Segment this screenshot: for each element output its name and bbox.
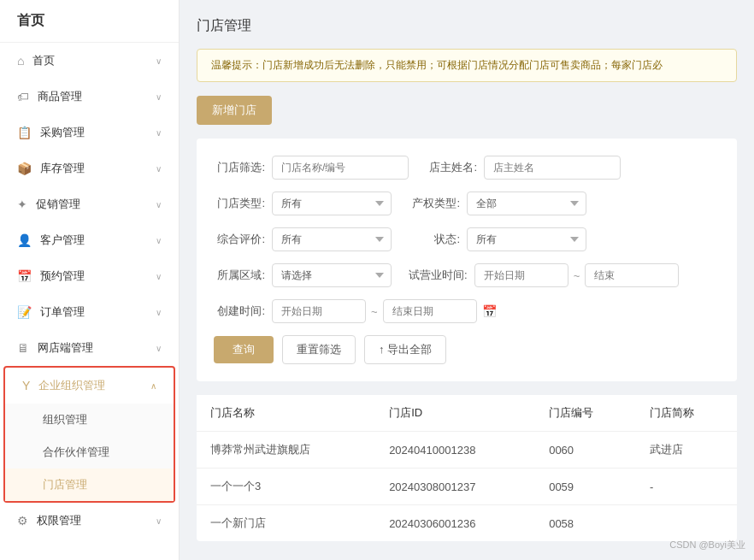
order-icon: 📝 xyxy=(17,305,32,319)
table-cell-short: - xyxy=(636,469,737,505)
reset-button[interactable]: 重置筛选 xyxy=(282,335,356,364)
notice-box: 温馨提示：门店新增成功后无法删除，只能禁用；可根据门店情况分配门店可售卖商品；每… xyxy=(197,49,737,82)
sidebar-item-partner-mgmt[interactable]: 合作伙伴管理 xyxy=(5,436,174,469)
table-body: 博莽常州武进旗舰店202404100012380060武进店一个一个320240… xyxy=(197,432,737,542)
calendar-icon: 📅 xyxy=(482,304,497,318)
store-filter-label: 门店筛选: xyxy=(214,160,265,175)
table-header-cell: 门店简称 xyxy=(636,395,737,432)
chevron-down-icon-online: ∨ xyxy=(156,344,162,353)
table-cell-short: 武进店 xyxy=(636,432,737,469)
create-start-input[interactable] xyxy=(272,299,366,323)
store-type-select[interactable]: 所有 xyxy=(272,192,392,215)
store-filter-group: 门店筛选: xyxy=(214,156,409,180)
sidebar-item-customer[interactable]: 👤客户管理∨ xyxy=(0,222,179,258)
store-table-area: 门店名称门店ID门店编号门店简称 博莽常州武进旗舰店20240410001238… xyxy=(197,395,737,541)
property-group: 产权类型: 全部 xyxy=(409,192,586,215)
table-cell-name: 博莽常州武进旗舰店 xyxy=(197,432,375,469)
create-end-input[interactable] xyxy=(383,299,477,323)
query-button[interactable]: 查询 xyxy=(214,336,274,363)
chevron-down-icon-booking: ∨ xyxy=(156,272,162,281)
sidebar-item-order[interactable]: 📝订单管理∨ xyxy=(0,294,179,330)
trial-end-input[interactable] xyxy=(585,263,679,287)
home-icon: ⌂ xyxy=(17,54,24,68)
table-row[interactable]: 一个新门店202403060012360058 xyxy=(197,505,737,542)
table-cell-code: 0060 xyxy=(535,432,636,469)
sidebar-item-booking[interactable]: 📅预约管理∨ xyxy=(0,258,179,294)
region-label: 所属区域: xyxy=(214,268,265,283)
trial-start-input[interactable] xyxy=(474,263,568,287)
chevron-down-icon-inventory: ∨ xyxy=(156,164,162,174)
create-time-label: 创建时间: xyxy=(214,304,265,319)
table-cell-code: 0058 xyxy=(535,505,636,542)
trial-sep: ~ xyxy=(574,269,580,282)
status-group: 状态: 所有 xyxy=(409,227,586,251)
table-row[interactable]: 博莽常州武进旗舰店202404100012380060武进店 xyxy=(197,432,737,469)
sidebar-item-online[interactable]: 🖥网店端管理∨ xyxy=(0,330,179,366)
org-icon: Υ xyxy=(22,379,30,392)
sidebar-label-customer: 客户管理 xyxy=(40,233,156,248)
sidebar-item-inventory[interactable]: 📦库存管理∨ xyxy=(0,150,179,186)
filter-row-4: 所属区域: 请选择 试营业时间: ~ xyxy=(214,263,720,287)
sidebar-item-store-mgmt[interactable]: 门店管理 xyxy=(5,469,174,501)
table-cell-code: 0059 xyxy=(535,469,636,505)
sidebar-logo: 首页 xyxy=(0,0,179,43)
table-cell-name: 一个新门店 xyxy=(197,505,375,542)
sidebar-label-order: 订单管理 xyxy=(40,304,156,320)
trial-group: 试营业时间: ~ xyxy=(409,263,679,287)
filter-row-1: 门店筛选: 店主姓名: xyxy=(214,156,720,180)
property-label: 产权类型: xyxy=(409,196,460,211)
filter-row-5: 创建时间: ~ 📅 xyxy=(214,299,720,323)
sidebar-label-purchase: 采购管理 xyxy=(40,125,156,140)
chevron-down-icon-customer: ∨ xyxy=(156,236,162,245)
chevron-down-icon-home: ∨ xyxy=(156,56,162,66)
rating-label: 综合评价: xyxy=(214,232,265,247)
owner-label: 店主姓名: xyxy=(426,160,477,175)
inventory-icon: 📦 xyxy=(17,162,32,175)
goods-icon: 🏷 xyxy=(17,90,29,103)
chevron-down-icon-permission: ∨ xyxy=(156,516,162,526)
trial-label: 试营业时间: xyxy=(409,268,468,283)
add-store-button[interactable]: 新增门店 xyxy=(197,96,272,125)
trial-date-range: ~ xyxy=(474,263,680,287)
table-row[interactable]: 一个一个3202403080012370059- xyxy=(197,469,737,505)
store-type-group: 门店类型: 所有 xyxy=(214,192,392,215)
filter-area: 门店筛选: 店主姓名: 门店类型: 所有 产权类型: 全部 xyxy=(197,139,737,381)
property-select[interactable]: 全部 xyxy=(467,192,586,215)
sidebar-label-online: 网店端管理 xyxy=(38,340,156,356)
sidebar: 首页 ⌂首页∨🏷商品管理∨📋采购管理∨📦库存管理∨✦促销管理∨👤客户管理∨📅预约… xyxy=(0,0,180,560)
customer-icon: 👤 xyxy=(17,233,32,247)
filter-row-3: 综合评价: 所有 状态: 所有 xyxy=(214,227,720,251)
sidebar-item-purchase[interactable]: 📋采购管理∨ xyxy=(0,115,179,150)
store-type-label: 门店类型: xyxy=(214,196,265,211)
sidebar-group-org: Υ企业组织管理∧组织管理合作伙伴管理门店管理 xyxy=(3,366,175,503)
booking-icon: 📅 xyxy=(17,269,32,283)
region-select[interactable]: 请选择 xyxy=(272,263,392,287)
permission-icon: ⚙ xyxy=(17,514,28,528)
sidebar-item-promo[interactable]: ✦促销管理∨ xyxy=(0,186,179,222)
export-button[interactable]: ↑ 导出全部 xyxy=(364,335,446,364)
store-filter-input[interactable] xyxy=(272,156,409,180)
rating-select[interactable]: 所有 xyxy=(272,227,392,251)
table-header-cell: 门店名称 xyxy=(197,395,375,432)
sidebar-item-goods[interactable]: 🏷商品管理∨ xyxy=(0,79,179,115)
sidebar-item-org-mgmt[interactable]: 组织管理 xyxy=(5,404,174,436)
promo-icon: ✦ xyxy=(17,197,27,211)
owner-input[interactable] xyxy=(484,156,621,180)
region-group: 所属区域: 请选择 xyxy=(214,263,392,287)
sidebar-group-header-org[interactable]: Υ企业组织管理∧ xyxy=(5,368,174,404)
sidebar-label-promo: 促销管理 xyxy=(36,197,156,212)
store-table: 门店名称门店ID门店编号门店简称 博莽常州武进旗舰店20240410001238… xyxy=(197,395,737,541)
sidebar-label-org: 企业组织管理 xyxy=(38,378,150,393)
filter-row-2: 门店类型: 所有 产权类型: 全部 xyxy=(214,192,720,215)
status-label: 状态: xyxy=(409,232,460,247)
sidebar-item-permission[interactable]: ⚙权限管理∨ xyxy=(0,503,179,539)
sidebar-label-goods: 商品管理 xyxy=(38,89,156,104)
status-select[interactable]: 所有 xyxy=(467,227,586,251)
create-time-group: 创建时间: ~ 📅 xyxy=(214,299,497,323)
chevron-icon-org: ∧ xyxy=(150,381,156,391)
chevron-down-icon-goods: ∨ xyxy=(156,92,162,102)
table-cell-id: 20240306001236 xyxy=(375,505,535,542)
sidebar-item-home[interactable]: ⌂首页∨ xyxy=(0,43,179,79)
table-header-cell: 门店编号 xyxy=(535,395,636,432)
online-icon: 🖥 xyxy=(17,341,29,355)
